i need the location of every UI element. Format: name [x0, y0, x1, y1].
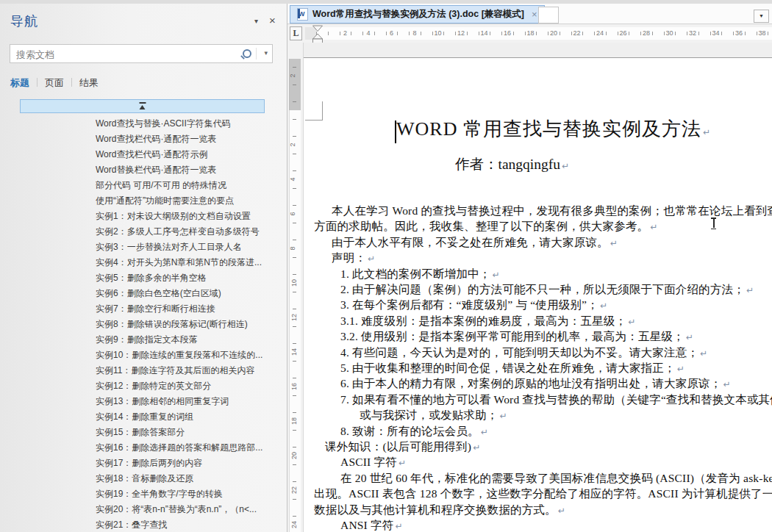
search-box[interactable]: ▾ [10, 44, 273, 63]
paragraph-mark: ↵ [610, 238, 618, 248]
document-text-line: 由于本人水平有限，不妥之处在所难免，请大家原谅。↵ [332, 234, 618, 250]
ruler-number: 34 [712, 29, 719, 37]
document-tab[interactable]: Word常用查找与替换实例及方法 (3).doc [兼容模式] × [290, 5, 545, 24]
document-title: WORD 常用查找与替换实例及方法↵ [396, 116, 711, 142]
search-dropdown-icon[interactable]: ▾ [264, 49, 268, 57]
document-text-line: 本人在学习 Word 的查找与替换过程中，发现有很多典型的案例；也常常在论坛上看… [332, 203, 772, 218]
ruler-tick [455, 32, 456, 35]
ruler-number: 12 [457, 29, 465, 37]
nav-heading-item[interactable]: 实例8：删除错误的段落标记(断行相连) [96, 317, 280, 332]
ruler-tick [374, 32, 375, 35]
document-text-line: 1. 此文档的案例不断增加中；↵ [340, 266, 500, 281]
document-author: 作者：tangqingfu↵ [455, 154, 569, 174]
ruler-number: 2 [289, 73, 296, 77]
paragraph-mark: ↵ [395, 521, 402, 531]
paragraph-mark: ↵ [628, 317, 635, 327]
ruler-tick [293, 257, 296, 258]
new-tab-button[interactable] [538, 7, 559, 24]
ruler-tick [293, 205, 296, 206]
document-text-line: 声明：↵ [332, 250, 375, 265]
horizontal-ruler[interactable]: L 2468101214161820222426283032343638 [287, 24, 772, 43]
ruler-tick [293, 240, 296, 240]
nav-heading-item[interactable]: 实例15：删除答案部分 [96, 425, 280, 440]
indent-markers[interactable] [312, 25, 324, 45]
nav-pane-close-icon[interactable]: × [269, 14, 276, 26]
nav-heading-item[interactable]: 实例3：一步替换法对齐人工目录人名 [96, 240, 280, 255]
search-input[interactable] [15, 47, 238, 62]
nav-heading-item[interactable]: 部分代码 可用/不可用 的特殊情况 [96, 178, 280, 193]
nav-heading-selected[interactable] [20, 99, 265, 113]
nav-heading-item[interactable]: 实例17：删除后两列的内容 [96, 456, 280, 471]
nav-pane-dropdown-icon[interactable]: ▾ [254, 17, 258, 25]
document-text-line: 3. 在每个案例后都有：“难度级别” 与 “使用级别”；↵ [340, 297, 607, 312]
ruler-tick [664, 32, 665, 35]
document-text-line: 2. 由于解决问题（案例）的方法可能不只一种，所以无须限于下面介绍的方法；↵ [340, 281, 754, 297]
nav-heading-item[interactable]: 实例16：删除选择题的答案和解题思路部... [96, 440, 280, 456]
vertical-ruler[interactable]: 224681012141618202224 [287, 43, 303, 532]
ruler-text-zone [316, 27, 772, 40]
nav-heading-item[interactable]: 实例14：删除重复的词组 [96, 409, 280, 425]
collapse-icon[interactable] [139, 102, 146, 111]
search-icon[interactable] [243, 49, 251, 58]
nav-heading-item[interactable]: 实例6：删除白色空格(空白区域) [96, 286, 280, 301]
word-doc-icon [297, 8, 308, 21]
ruler-number: 28 [643, 29, 650, 37]
ruler-tick [721, 32, 722, 35]
ruler-tick [594, 32, 595, 35]
ruler-tick [293, 101, 296, 102]
nav-heading-item[interactable]: 实例10：删除连续的重复段落和不连续的... [96, 348, 280, 363]
nav-heading-item[interactable]: 实例19：全半角数字/字母的转换 [96, 486, 280, 502]
paragraph-mark: ↵ [746, 285, 754, 295]
tab-results[interactable]: 结果 [79, 76, 99, 90]
tab-pages[interactable]: 页面 [45, 76, 64, 90]
nav-heading-item[interactable]: Word查找与替换·ASCII字符集代码 [96, 116, 280, 132]
nav-heading-item[interactable]: 使用“通配符”功能时需要注意的要点 [96, 193, 280, 209]
nav-heading-item[interactable]: 实例12：删除特定的英文部分 [96, 378, 280, 394]
nav-heading-item[interactable]: 实例4：对开头为第N章和第N节的段落进... [96, 255, 280, 270]
text-boundary-crop-mark [322, 101, 323, 121]
nav-heading-item[interactable]: 实例9：删除指定文本段落 [96, 332, 280, 348]
nav-heading-item[interactable]: 实例1：对未设大纲级别的文档自动设置 [96, 209, 280, 224]
document-page[interactable]: WORD 常用查找与替换实例及方法↵ 作者：tangqingfu↵ 本人在学习 … [303, 43, 772, 532]
tab-headings[interactable]: 标题 [10, 76, 29, 90]
ruler-tick [548, 32, 548, 35]
document-tab-bar: Word常用查找与替换实例及方法 (3).doc [兼容模式] × ▼ [287, 4, 772, 24]
ruler-number: 30 [665, 29, 673, 37]
nav-heading-item[interactable]: 实例21：叠字查找 [96, 517, 280, 532]
paragraph-mark: ↵ [558, 506, 565, 516]
document-text-line: 出现。ASCII 表包含 128 个数字，这些数字分配给了相应的字符。ASCII… [314, 486, 772, 501]
nav-heading-item[interactable]: 实例20：将“表n-n”替换为“表n.n”，（n<... [96, 502, 280, 517]
hanging-indent-marker [313, 34, 323, 39]
text-boundary-crop-mark [305, 120, 323, 121]
ruler-tick [536, 32, 537, 35]
ruler-tick [618, 32, 618, 35]
nav-heading-item[interactable]: 实例2：多级人工序号怎样变自动多级符号 [96, 224, 280, 240]
ruler-tick [757, 32, 757, 35]
ruler-tick [293, 274, 296, 275]
nav-heading-item[interactable]: 实例11：删除连字符及其后面的相关内容 [96, 363, 280, 378]
ruler-number: 20 [550, 29, 557, 37]
nav-heading-item[interactable]: 实例7：删除空行和断行相连接 [96, 301, 280, 317]
tab-list-dropdown-icon[interactable]: ▼ [754, 10, 769, 23]
nav-heading-item[interactable]: 实例18：音标删除及还原 [96, 471, 280, 486]
ruler-number: 16 [290, 383, 298, 390]
ruler-tick [386, 32, 387, 35]
paragraph-mark: ↵ [686, 332, 693, 342]
ruler-tick [629, 32, 629, 35]
ruler-tick [467, 32, 468, 35]
document-text-line: 或与我探讨，或发贴求助；↵ [360, 407, 507, 423]
nav-heading-item[interactable]: Word替换栏代码·通配符一览表 [96, 162, 280, 178]
ruler-tick [421, 32, 421, 35]
ruler-number: 4 [366, 29, 370, 37]
ruler-number: 14 [480, 29, 487, 37]
nav-heading-item[interactable]: 实例13：删除相邻的相同重复字词 [96, 394, 280, 409]
nav-heading-item[interactable]: Word查找栏代码·通配符一览表 [96, 132, 280, 147]
ruler-number: 2 [343, 29, 347, 37]
ruler-tick [409, 32, 410, 35]
nav-heading-item[interactable]: 实例5：删除多余的半角空格 [96, 270, 280, 286]
tab-close-icon[interactable]: × [532, 9, 537, 20]
tab-stop-selector[interactable]: L [290, 26, 302, 40]
paragraph-mark: ↵ [368, 254, 375, 264]
ruler-tick [571, 32, 572, 35]
nav-heading-item[interactable]: Word查找栏代码·通配符示例 [96, 147, 280, 162]
